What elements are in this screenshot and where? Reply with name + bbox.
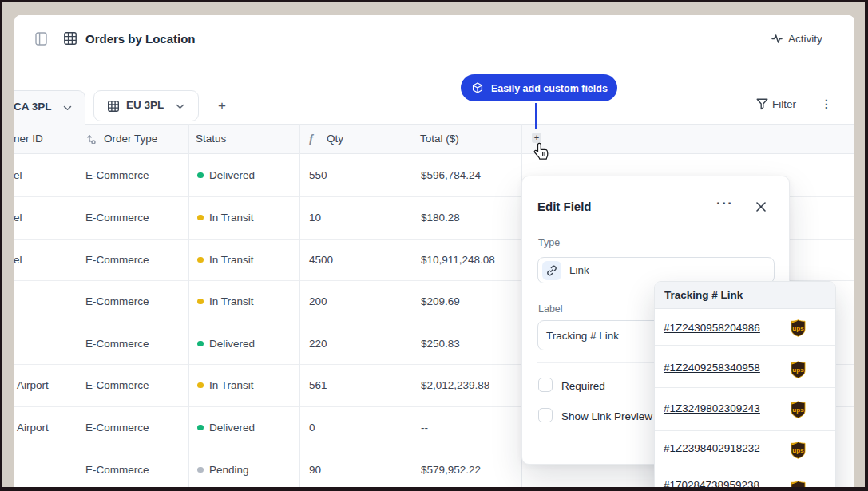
svg-text:ups: ups [792,366,804,374]
svg-text:ups: ups [792,325,804,332]
svg-text:ups: ups [792,406,804,414]
svg-text:ups: ups [792,447,804,454]
